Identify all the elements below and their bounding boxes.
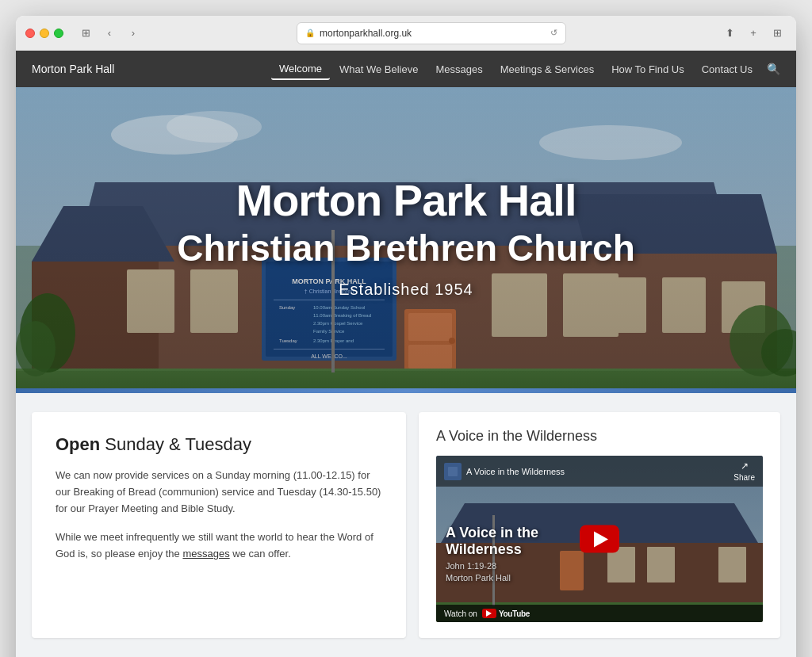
new-tab-button[interactable]: + bbox=[744, 24, 763, 43]
right-card-title: A Voice in the Wilderness bbox=[436, 428, 763, 445]
card-title-bold: Open bbox=[56, 434, 100, 454]
card-para2: While we meet infrequently we still want… bbox=[56, 529, 382, 563]
nav-item-what-we-believe[interactable]: What We Believe bbox=[331, 59, 426, 79]
forward-button[interactable]: › bbox=[124, 24, 143, 43]
yt-watch-text: Watch on bbox=[444, 609, 477, 618]
share-button[interactable]: ⬆ bbox=[720, 24, 739, 43]
minimize-button[interactable] bbox=[40, 29, 49, 38]
nav-link-what-we-believe[interactable]: What We Believe bbox=[331, 59, 426, 79]
yt-logo[interactable]: YouTube bbox=[482, 609, 530, 618]
yt-play-triangle bbox=[594, 531, 608, 547]
yt-video-title-text: A Voice in the Wilderness bbox=[466, 467, 565, 476]
browser-titlebar: ⊞ ‹ › 🔒 mortonparkhall.org.uk ↺ ⬆ + ⊞ bbox=[16, 16, 796, 51]
traffic-lights bbox=[25, 29, 63, 38]
nav-item-meetings-services[interactable]: Meetings & Services bbox=[492, 59, 603, 79]
refresh-icon[interactable]: ↺ bbox=[550, 28, 557, 38]
site-logo: Morton Park Hall bbox=[32, 63, 114, 75]
right-card: A Voice in the Wilderness A Voice in the bbox=[419, 412, 780, 638]
lock-icon: 🔒 bbox=[305, 29, 315, 37]
svg-rect-46 bbox=[448, 467, 458, 476]
nav-item-welcome[interactable]: Welcome bbox=[271, 59, 330, 80]
nav-link-how-to-find-us[interactable]: How To Find Us bbox=[603, 59, 692, 79]
yt-overlay-sub1: John 1:19-28 bbox=[446, 561, 538, 571]
yt-thumb-icon bbox=[444, 463, 462, 480]
tab-overview-button[interactable]: ⊞ bbox=[768, 24, 787, 43]
nav-link-welcome[interactable]: Welcome bbox=[271, 59, 330, 80]
yt-logo-icon bbox=[482, 609, 496, 618]
yt-overlay-title-line1: A Voice in the Wilderness bbox=[446, 525, 538, 559]
yt-bottom-bar: Watch on YouTube bbox=[436, 605, 763, 622]
messages-link[interactable]: messages bbox=[182, 548, 229, 560]
nav-link-messages[interactable]: Messages bbox=[427, 59, 490, 79]
close-button[interactable] bbox=[25, 29, 35, 38]
yt-logo-play bbox=[486, 610, 492, 617]
card-para2-suffix: we can offer. bbox=[230, 548, 291, 560]
site-wrapper: Morton Park Hall Welcome What We Believe… bbox=[16, 51, 796, 657]
yt-top-bar: A Voice in the Wilderness ↗ Share bbox=[436, 456, 763, 487]
hero-section: MORTON PARK HALL † Christian Brethren Su… bbox=[16, 87, 796, 388]
hero-title-main: Morton Park Hall bbox=[55, 176, 757, 225]
card-para1: We can now provide services on a Sunday … bbox=[56, 468, 382, 517]
maximize-button[interactable] bbox=[54, 29, 63, 38]
nav-item-contact-us[interactable]: Contact Us bbox=[694, 59, 760, 79]
yt-logo-text: YouTube bbox=[499, 609, 530, 618]
yt-share-label: Share bbox=[733, 473, 755, 482]
nav-link-contact-us[interactable]: Contact Us bbox=[694, 59, 760, 79]
back-button[interactable]: ‹ bbox=[100, 24, 119, 43]
nav-item-messages[interactable]: Messages bbox=[427, 59, 490, 79]
address-bar[interactable]: 🔒 mortonparkhall.org.uk ↺ bbox=[297, 22, 566, 44]
hero-text: Morton Park Hall Christian Brethren Chur… bbox=[55, 176, 757, 299]
hero-title-sub: Christian Brethren Church bbox=[55, 228, 757, 269]
sidebar-toggle-button[interactable]: ⊞ bbox=[76, 24, 95, 43]
yt-play-button[interactable] bbox=[580, 525, 619, 553]
hero-established: Established 1954 bbox=[55, 281, 757, 300]
yt-overlay-text: A Voice in the Wilderness John 1:19-28 M… bbox=[446, 525, 538, 583]
card-left-title: Open Sunday & Tuesday bbox=[56, 434, 382, 455]
url-text: mortonparkhall.org.uk bbox=[320, 28, 412, 39]
search-icon[interactable]: 🔍 bbox=[767, 63, 780, 75]
browser-actions: ⬆ + ⊞ bbox=[720, 24, 787, 43]
site-nav: Morton Park Hall Welcome What We Believe… bbox=[16, 51, 796, 87]
youtube-embed[interactable]: A Voice in the Wilderness ↗ Share bbox=[436, 456, 763, 622]
browser-window: ⊞ ‹ › 🔒 mortonparkhall.org.uk ↺ ⬆ + ⊞ Mo… bbox=[16, 16, 796, 657]
nav-links: Welcome What We Believe Messages Meeting… bbox=[271, 59, 760, 80]
left-card: Open Sunday & Tuesday We can now provide… bbox=[32, 412, 406, 638]
yt-overlay-sub2: Morton Park Hall bbox=[446, 573, 538, 583]
share-icon: ↗ bbox=[741, 460, 749, 472]
browser-controls: ⊞ ‹ › bbox=[76, 24, 143, 43]
yt-share-button[interactable]: ↗ Share bbox=[733, 460, 755, 482]
content-section: Open Sunday & Tuesday We can now provide… bbox=[16, 393, 796, 657]
yt-top-left: A Voice in the Wilderness bbox=[444, 463, 565, 480]
card-title-rest: Sunday & Tuesday bbox=[100, 434, 251, 454]
address-bar-container: 🔒 mortonparkhall.org.uk ↺ bbox=[149, 22, 714, 44]
nav-link-meetings-services[interactable]: Meetings & Services bbox=[492, 59, 603, 79]
nav-item-how-to-find-us[interactable]: How To Find Us bbox=[603, 59, 692, 79]
